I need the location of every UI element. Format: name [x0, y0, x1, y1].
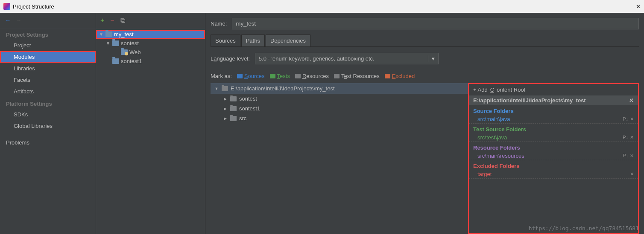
module-name-input[interactable] — [232, 18, 639, 29]
mark-test-resources-button[interactable]: Test Resources — [334, 73, 380, 79]
properties-icon[interactable]: P↓ — [623, 135, 628, 140]
nav-forward-icon[interactable]: → — [16, 17, 21, 23]
properties-icon[interactable]: P↓ — [623, 153, 628, 159]
folder-path: src\main\java — [477, 116, 510, 122]
add-module-button[interactable]: + — [100, 17, 104, 24]
content-folder-item[interactable]: src\main\resourcesP↓✕ — [469, 152, 638, 160]
title-bar: Project Structure ✕ — [0, 0, 644, 13]
expander-icon[interactable]: ▼ — [214, 87, 219, 91]
name-label: Name: — [211, 20, 227, 27]
content-root-path-header: E:\application\IntelliJ\IdeaProjects\my_… — [469, 95, 638, 105]
module-label: sontest — [121, 40, 139, 46]
content-section-header: Test Source Folders — [469, 124, 638, 133]
module-tree-item[interactable]: sontest1 — [96, 57, 205, 66]
content-folder-item[interactable]: target✕ — [469, 170, 638, 179]
folder-icon — [112, 40, 119, 46]
folder-path: src\test\java — [477, 134, 507, 141]
remove-folder-icon[interactable]: ✕ — [630, 135, 634, 140]
mark-excluded-button[interactable]: Excluded — [385, 73, 415, 79]
folder-icon — [230, 106, 237, 111]
expander-icon[interactable]: ▶ — [222, 107, 228, 111]
remove-folder-icon[interactable]: ✕ — [630, 153, 634, 159]
module-label: Web — [129, 49, 141, 55]
sidebar-item-modules[interactable]: Modules — [0, 51, 96, 63]
tab-dependencies[interactable]: Dependencies — [266, 35, 310, 46]
module-tree-item[interactable]: ▼sontest — [96, 39, 205, 48]
folder-icon — [112, 58, 119, 64]
expander-icon[interactable]: ▶ — [222, 116, 228, 121]
app-icon — [3, 3, 10, 10]
folder-icon — [105, 32, 112, 37]
sidebar-item-problems[interactable]: Problems — [0, 137, 96, 148]
properties-icon[interactable]: P↓ — [623, 116, 628, 122]
folder-icon — [222, 86, 228, 91]
close-icon[interactable]: ✕ — [636, 3, 641, 10]
remove-content-root-icon[interactable]: ✕ — [629, 97, 634, 104]
chevron-down-icon: ▾ — [428, 55, 435, 62]
content-section-header: Source Folders — [469, 105, 638, 115]
mark-sources-button[interactable]: Sources — [237, 73, 265, 79]
module-tree-item[interactable]: ▼my_test — [96, 30, 205, 39]
remove-module-button[interactable]: − — [110, 17, 114, 24]
module-label: my_test — [114, 31, 134, 38]
content-folder-tree: ▼ E:\application\IntelliJ\IdeaProjects\m… — [211, 83, 468, 234]
window-title: Project Structure — [13, 3, 54, 10]
folder-tree-item[interactable]: ▶sontest — [211, 94, 468, 104]
folder-tree-item[interactable]: ▶src — [211, 113, 468, 123]
language-level-select[interactable]: 5.0 - 'enum' keyword, generics, autoboxi… — [255, 53, 439, 64]
detail-pane: Name: Sources Paths Dependencies Languag… — [205, 13, 644, 234]
mark-resources-button[interactable]: Resources — [295, 73, 329, 79]
web-icon — [121, 49, 128, 55]
folder-path: target — [477, 171, 492, 177]
folder-icon — [230, 96, 237, 101]
module-label: sontest1 — [121, 58, 142, 64]
sidebar-item-project[interactable]: Project — [0, 40, 96, 51]
sidebar: ← → Project Settings Project Modules Lib… — [0, 13, 96, 234]
tab-sources[interactable]: Sources — [211, 35, 240, 46]
nav-back-icon[interactable]: ← — [5, 17, 11, 23]
content-root-path: E:\application\IntelliJ\IdeaProjects\my_… — [231, 85, 335, 92]
mark-tests-button[interactable]: Tests — [270, 73, 290, 79]
remove-folder-icon[interactable]: ✕ — [630, 171, 634, 177]
copy-module-button[interactable]: ⧉ — [120, 17, 125, 24]
folder-label: sontest — [239, 95, 257, 102]
folder-label: sontest1 — [239, 105, 260, 112]
sidebar-item-facets[interactable]: Facets — [0, 74, 96, 86]
sidebar-section-platform: Platform Settings — [0, 97, 96, 109]
sidebar-item-global-libraries[interactable]: Global Libraries — [0, 120, 96, 132]
content-root-header[interactable]: ▼ E:\application\IntelliJ\IdeaProjects\m… — [211, 83, 468, 94]
expander-icon[interactable]: ▼ — [99, 32, 104, 37]
content-section-header: Resource Folders — [469, 142, 638, 152]
sidebar-item-artifacts[interactable]: Artifacts — [0, 86, 96, 97]
content-roots-panel: + Add Content Root E:\application\Intell… — [468, 83, 639, 234]
language-level-value: 5.0 - 'enum' keyword, generics, autoboxi… — [259, 55, 375, 62]
sidebar-item-libraries[interactable]: Libraries — [0, 63, 96, 74]
folder-path: src\main\resources — [477, 153, 524, 159]
language-level-label: Language level: — [211, 55, 250, 62]
module-pane: + − ⧉ ▼my_test▼sontestWebsontest1 — [96, 13, 205, 234]
content-folder-item[interactable]: src\main\javaP↓✕ — [469, 115, 638, 124]
expander-icon[interactable]: ▶ — [222, 97, 228, 101]
remove-folder-icon[interactable]: ✕ — [630, 116, 634, 122]
folder-tree-item[interactable]: ▶sontest1 — [211, 104, 468, 113]
module-tree-item[interactable]: Web — [96, 48, 205, 57]
expander-icon[interactable]: ▼ — [105, 41, 111, 46]
sidebar-section-project: Project Settings — [0, 28, 96, 40]
folder-icon — [230, 116, 237, 121]
watermark: https://blog.csdn.net/qq784515681 — [529, 225, 639, 231]
tab-paths[interactable]: Paths — [241, 35, 265, 46]
sidebar-item-sdks[interactable]: SDKs — [0, 109, 96, 120]
folder-label: src — [239, 115, 246, 121]
mark-as-label: Mark as: — [211, 73, 232, 79]
content-folder-item[interactable]: src\test\javaP↓✕ — [469, 133, 638, 142]
add-content-root-button[interactable]: + Add Content Root — [469, 84, 638, 95]
content-section-header: Excluded Folders — [469, 160, 638, 170]
